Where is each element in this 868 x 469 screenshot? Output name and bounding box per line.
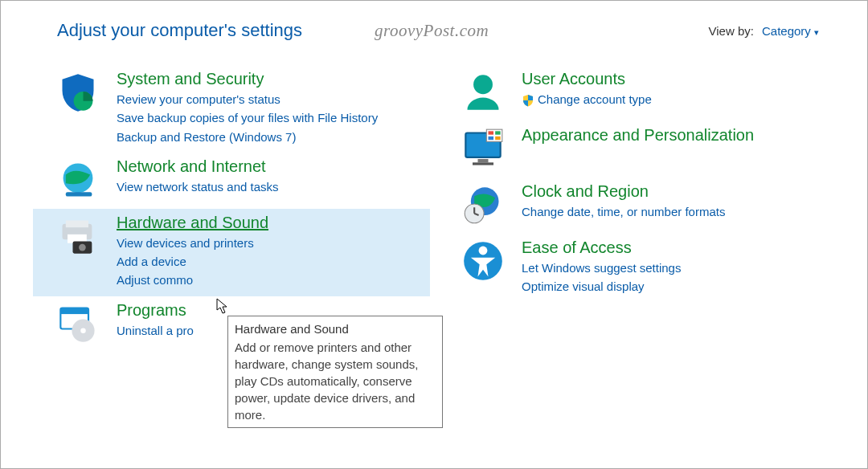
content: System and Security Review your computer… bbox=[1, 51, 867, 353]
view-by-dropdown[interactable]: Category ▾ bbox=[762, 24, 819, 38]
svg-point-11 bbox=[80, 328, 86, 333]
tooltip: Hardware and Sound Add or remove printer… bbox=[227, 316, 443, 428]
printer-camera-icon bbox=[55, 214, 100, 259]
cursor-icon bbox=[215, 298, 231, 316]
svg-rect-2 bbox=[66, 192, 92, 196]
link[interactable]: Optimize visual display bbox=[522, 277, 829, 296]
category-title[interactable]: Hardware and Sound bbox=[117, 214, 424, 232]
svg-point-7 bbox=[79, 244, 86, 251]
link[interactable]: Let Windows suggest settings bbox=[522, 259, 829, 277]
link[interactable]: Save backup copies of your files with Fi… bbox=[117, 108, 424, 127]
view-by-label: View by: bbox=[709, 24, 754, 38]
category-body: System and Security Review your computer… bbox=[117, 70, 424, 146]
category-system-security[interactable]: System and Security Review your computer… bbox=[33, 65, 430, 153]
svg-rect-4 bbox=[66, 220, 88, 227]
category-title[interactable]: System and Security bbox=[117, 70, 424, 88]
svg-rect-15 bbox=[478, 159, 489, 162]
user-icon bbox=[461, 70, 506, 115]
tooltip-title: Hardware and Sound bbox=[235, 320, 436, 337]
link[interactable]: View devices and printers bbox=[117, 234, 424, 252]
category-network-internet[interactable]: Network and Internet View network status… bbox=[33, 153, 430, 209]
category-body: Appearance and Personalization bbox=[522, 126, 829, 146]
svg-rect-19 bbox=[495, 131, 501, 134]
category-title[interactable]: Clock and Region bbox=[522, 182, 829, 201]
category-clock-region[interactable]: Clock and Region Change date, time, or n… bbox=[438, 177, 835, 234]
watermark: groovyPost.com bbox=[375, 21, 489, 41]
category-title[interactable]: Network and Internet bbox=[117, 157, 424, 176]
category-body: Hardware and Sound View devices and prin… bbox=[117, 214, 424, 290]
left-column: System and Security Review your computer… bbox=[33, 65, 430, 353]
link[interactable]: Add a device bbox=[117, 252, 424, 271]
category-appearance[interactable]: Appearance and Personalization bbox=[438, 121, 835, 177]
accessibility-icon bbox=[461, 239, 506, 283]
category-body: User Accounts Change account type bbox=[522, 70, 829, 112]
link[interactable]: Review your computer's status bbox=[117, 90, 424, 108]
svg-rect-18 bbox=[489, 131, 494, 134]
category-body: Network and Internet View network status… bbox=[117, 157, 424, 196]
shield-icon bbox=[55, 70, 100, 115]
globe-clock-icon bbox=[461, 182, 506, 227]
svg-rect-16 bbox=[473, 162, 493, 165]
header: Adjust your computer's settings groovyPo… bbox=[1, 1, 867, 51]
link[interactable]: View network status and tasks bbox=[117, 177, 424, 196]
category-title[interactable]: User Accounts bbox=[522, 70, 829, 88]
svg-rect-20 bbox=[489, 137, 494, 140]
category-hardware-sound[interactable]: Hardware and Sound View devices and prin… bbox=[33, 209, 430, 296]
monitor-icon bbox=[461, 126, 506, 171]
category-ease-access[interactable]: Ease of Access Let Windows suggest setti… bbox=[438, 234, 835, 303]
svg-rect-21 bbox=[495, 137, 501, 140]
page-title: Adjust your computer's settings bbox=[57, 20, 302, 41]
link[interactable]: Adjust commo bbox=[117, 271, 424, 289]
category-user-accounts[interactable]: User Accounts Change account type bbox=[438, 65, 835, 121]
window-disc-icon bbox=[55, 301, 100, 346]
svg-point-25 bbox=[479, 247, 488, 255]
globe-icon bbox=[55, 157, 100, 202]
chevron-down-icon: ▾ bbox=[814, 27, 819, 37]
tooltip-body: Add or remove printers and other hardwar… bbox=[235, 339, 436, 423]
svg-rect-9 bbox=[60, 308, 88, 314]
right-column: User Accounts Change account type Appear… bbox=[438, 65, 835, 353]
link[interactable]: Change account type bbox=[522, 90, 652, 108]
category-title[interactable]: Ease of Access bbox=[522, 239, 829, 257]
svg-point-23 bbox=[465, 204, 484, 223]
link[interactable]: Backup and Restore (Windows 7) bbox=[117, 128, 424, 146]
view-by-control: View by: Category ▾ bbox=[709, 24, 819, 38]
category-title[interactable]: Appearance and Personalization bbox=[522, 126, 829, 145]
category-body: Ease of Access Let Windows suggest setti… bbox=[522, 239, 829, 296]
uac-shield-icon bbox=[522, 93, 534, 106]
category-body: Clock and Region Change date, time, or n… bbox=[522, 182, 829, 221]
svg-point-12 bbox=[473, 75, 493, 94]
link[interactable]: Change date, time, or number formats bbox=[522, 202, 829, 221]
